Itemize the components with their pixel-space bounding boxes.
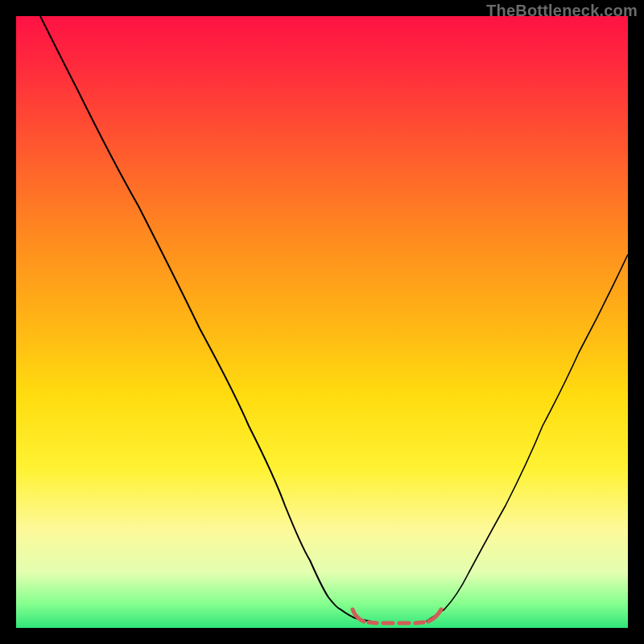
chart-curves-layer <box>16 16 628 628</box>
svg-line-3 <box>415 622 423 623</box>
right-valley-curve <box>426 254 628 621</box>
svg-line-0 <box>369 622 377 623</box>
watermark-text: TheBottleneck.com <box>486 2 638 20</box>
chart-frame: TheBottleneck.com <box>0 0 644 644</box>
left-valley-curve <box>40 16 371 621</box>
